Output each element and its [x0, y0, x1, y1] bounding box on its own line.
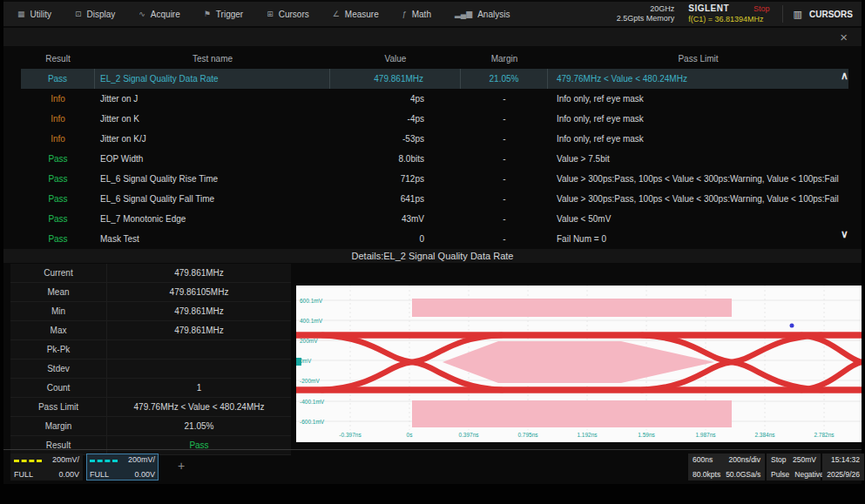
menu-item-analysis[interactable]: ▂▄▆Analysis [455, 10, 510, 19]
menu-item-acquire[interactable]: ∿Acquire [139, 10, 179, 19]
cursors-menu[interactable]: ▥ CURSORS [782, 5, 853, 23]
svg-text:400.1mV: 400.1mV [300, 318, 323, 324]
column-header: Pass Limit [548, 54, 848, 64]
menu-item-display[interactable]: ⊡Display [75, 10, 115, 19]
pass-limit-cell: Value > 7.5bit [548, 154, 848, 164]
margin-cell: - [461, 194, 548, 204]
menu-item-utility[interactable]: ▦Utility [17, 10, 51, 19]
svg-text:1.192ns: 1.192ns [577, 432, 598, 438]
dialog-title-bar: × [3, 28, 862, 46]
stat-label: Current [10, 268, 106, 278]
table-row[interactable]: PassEL_6 Signal Quality Rise Time712ps-V… [21, 169, 848, 189]
channel-box-bottom-row: FULL0.00V [90, 470, 155, 479]
stats-row: Margin21.05% [10, 417, 291, 436]
margin-cell: - [461, 114, 548, 124]
eye-diagram: 600.1mV400.1mV200mV0mV-200mV-400.1mV-600… [296, 286, 862, 442]
stat-label: Min [10, 306, 106, 316]
details-title: Details:EL_2 Signal Quality Data Rate [3, 249, 862, 263]
table-row[interactable]: PassEL_6 Signal Quality Fall Time641ps-V… [21, 189, 848, 209]
timebase-delay: 600ns [693, 455, 713, 464]
scroll-up-icon[interactable]: ∧ [841, 70, 848, 82]
math-icon: ƒ [402, 10, 407, 18]
value-cell: 712ps [330, 174, 461, 184]
test-name-cell: Jitter on K [95, 114, 330, 124]
svg-text:1.59ns: 1.59ns [638, 432, 655, 438]
test-name-cell: EL_7 Monotonic Edge [95, 214, 330, 224]
channel-boxes: 200mV/FULL0.00V200mV/FULL0.00V [10, 454, 159, 480]
table-row[interactable]: PassEOP Width8.0bits-Value > 7.5bit [21, 149, 848, 169]
result-cell: Info [21, 114, 95, 124]
timebase-box[interactable]: 600ns 200ns/div 80.0kpts 50.0GSa/s [688, 454, 765, 480]
trigger-state: Stop [771, 455, 787, 464]
value-cell: 43mV [330, 214, 461, 224]
table-row[interactable]: PassEL_7 Monotonic Edge43mV-Value < 50mV [21, 209, 848, 229]
value-cell: 4ps [330, 94, 461, 104]
clock-box[interactable]: 15:14:32 2025/9/26 [822, 454, 864, 480]
stat-value: 479.861MHz [106, 264, 291, 282]
menu-item-label: Utility [30, 10, 51, 19]
svg-text:600.1mV: 600.1mV [300, 298, 323, 304]
stats-row: Count1 [10, 379, 291, 398]
pass-limit-cell: Value > 300ps:Pass, 100ps < Value < 300p… [548, 194, 848, 204]
cursors-icon: ⊞ [267, 10, 274, 18]
measurement-readout: f(C1) = 36.81394MHz [688, 15, 769, 24]
scroll-down-icon[interactable]: ∨ [841, 228, 848, 240]
trigger-position-icon: + [178, 459, 185, 473]
value-cell: 641ps [330, 194, 461, 204]
stat-value: 21.05% [106, 417, 291, 435]
svg-text:-0.397ns: -0.397ns [339, 432, 362, 438]
menu-item-trigger[interactable]: ⚑Trigger [204, 10, 243, 19]
value-cell: -53ps [330, 134, 461, 144]
menu-item-label: Measure [345, 10, 379, 19]
stat-value: 479.861MHz [106, 321, 291, 339]
oscilloscope-screen: ▦Utility⊡Display∿Acquire⚑Trigger⊞Cursors… [0, 0, 865, 504]
channel-scale: 200mV/ [52, 455, 79, 464]
acquisition-readout: 20GHz 2.5Gpts Memory [617, 4, 675, 24]
pass-limit-cell: Fail Num = 0 [548, 234, 848, 244]
stat-value: 479.76MHz < Value < 480.24MHz [106, 398, 291, 416]
stats-row: Stdev [10, 360, 291, 379]
stat-value: 479.86105MHz [106, 283, 291, 301]
timebase-samplerate: 50.0GSa/s [726, 470, 760, 479]
stat-value [106, 340, 291, 359]
pass-limit-cell: Info only, ref eye mask [548, 94, 848, 104]
table-row[interactable]: InfoJitter on K-4ps-Info only, ref eye m… [21, 109, 848, 129]
stats-row: Mean479.86105MHz [10, 283, 291, 302]
stats-row: Current479.861MHz [10, 264, 291, 283]
bottom-right-boxes: 600ns 200ns/div 80.0kpts 50.0GSa/s Stop … [688, 454, 864, 480]
channel-box-c2[interactable]: 200mV/FULL0.00V [86, 454, 159, 480]
table-row[interactable]: PassMask Test0-Fail Num = 0 [21, 229, 848, 249]
svg-text:2.782ns: 2.782ns [814, 432, 835, 438]
margin-cell: - [461, 134, 548, 144]
stat-label: Stdev [10, 364, 106, 373]
svg-text:2.384ns: 2.384ns [754, 432, 775, 438]
run-state-badge: Stop [753, 4, 770, 14]
column-header: Test name [95, 54, 330, 64]
table-row[interactable]: PassEL_2 Signal Quality Data Rate479.861… [21, 69, 848, 89]
margin-cell: 21.05% [461, 69, 548, 89]
test-name-cell: EOP Width [95, 154, 330, 164]
stat-value: 479.861MHz [106, 302, 291, 320]
result-cell: Pass [21, 194, 95, 204]
close-icon[interactable]: × [840, 29, 848, 45]
svg-text:-200mV: -200mV [300, 378, 320, 384]
channel-waveform-icon [14, 460, 42, 462]
stat-label: Mean [10, 287, 106, 297]
stat-label: Pk-Pk [10, 345, 106, 354]
display-icon: ⊡ [75, 10, 82, 18]
stats-row: ResultPass [10, 436, 291, 455]
menu-item-label: Cursors [279, 10, 309, 19]
result-cell: Pass [21, 214, 95, 224]
table-row[interactable]: InfoJitter on K/J-53ps-Info only, ref ey… [21, 129, 848, 149]
table-row[interactable]: InfoJitter on J4ps-Info only, ref eye ma… [21, 89, 848, 109]
menu-item-cursors[interactable]: ⊞Cursors [267, 10, 309, 19]
trigger-box[interactable]: Stop 250mV Pulse Negative [767, 454, 821, 480]
value-cell: 479.861MHz [330, 69, 461, 89]
channel-box-c1[interactable]: 200mV/FULL0.00V [10, 454, 83, 480]
menu-bar: ▦Utility⊡Display∿Acquire⚑Trigger⊞Cursors… [3, 2, 862, 26]
svg-text:-600.1mV: -600.1mV [300, 419, 325, 425]
menu-item-measure[interactable]: ∠Measure [333, 10, 379, 19]
cursor-dot [790, 324, 794, 328]
test-name-cell: Mask Test [95, 234, 330, 244]
menu-item-math[interactable]: ƒMath [402, 10, 431, 19]
